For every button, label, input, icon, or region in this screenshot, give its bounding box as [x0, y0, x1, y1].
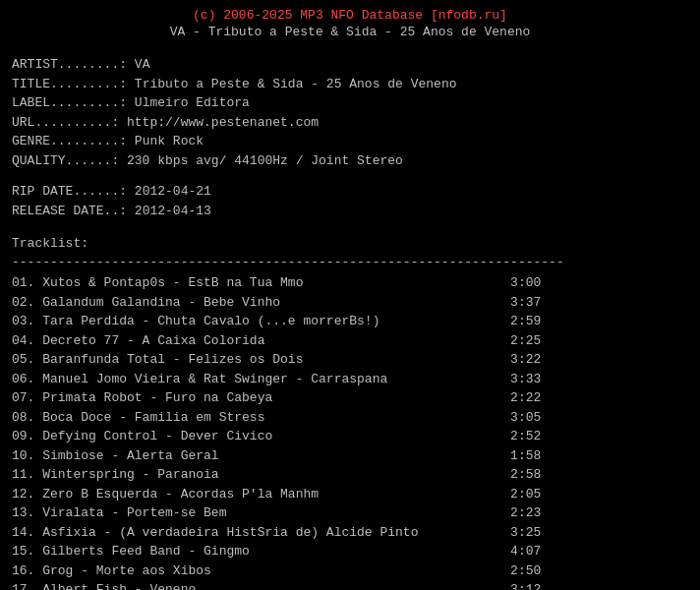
dates-block: RIP DATE......: 2012-04-21 RELEASE DATE.…	[12, 182, 688, 220]
meta-artist: ARTIST........: VA	[12, 55, 688, 75]
meta-block: ARTIST........: VA TITLE.........: Tribu…	[12, 55, 688, 170]
track-item: 01. Xutos & Pontap0s - EstB na Tua Mmo 3…	[12, 273, 688, 293]
rip-date: RIP DATE......: 2012-04-21	[12, 182, 688, 202]
track-item: 14. Asfixia - (A verdadeira HistSria de)…	[12, 523, 688, 543]
track-item: 07. Primata Robot - Furo na Cabeya 2:22	[12, 388, 688, 408]
track-item: 05. Baranfunda Total - Felizes os Dois 3…	[12, 350, 688, 370]
track-item: 12. Zero B Esquerda - Acordas P'la Manhm…	[12, 485, 688, 504]
tracklist-label: Tracklist:	[12, 236, 688, 251]
track-item: 09. Defying Control - Dever Civico 2:52	[12, 427, 688, 446]
header-subtitle: VA - Tributo a Peste & Sida - 25 Anos de…	[12, 25, 688, 39]
meta-label: LABEL.........: Ulmeiro Editora	[12, 93, 688, 113]
track-item: 06. Manuel Jomo Vieira & Rat Swinger - C…	[12, 370, 688, 389]
track-item: 13. Viralata - Portem-se Bem 2:23	[12, 503, 688, 523]
track-item: 04. Decreto 77 - A Caixa Colorida 2:25	[12, 331, 688, 351]
track-item: 16. Grog - Morte aos Xibos 2:50	[12, 561, 688, 581]
tracks-container: 01. Xutos & Pontap0s - EstB na Tua Mmo 3…	[12, 273, 688, 590]
track-item: 15. Gilberts Feed Band - Gingmo 4:07	[12, 542, 688, 561]
header-copyright: (c) 2006-2025 MP3 NFO Database [nfodb.ru…	[12, 8, 688, 23]
track-item: 02. Galandum Galandina - Bebe Vinho 3:37	[12, 293, 688, 313]
track-item: 08. Boca Doce - Familia em Stress 3:05	[12, 408, 688, 428]
track-item: 10. Simbiose - Alerta Geral 1:58	[12, 446, 688, 466]
meta-title: TITLE.........: Tributo a Peste & Sida -…	[12, 75, 688, 94]
meta-url: URL..........: http://www.pestenanet.com	[12, 113, 688, 133]
tracklist-block: Tracklist: -----------------------------…	[12, 236, 688, 590]
tracklist-divider: ----------------------------------------…	[12, 255, 688, 269]
release-date: RELEASE DATE..: 2012-04-13	[12, 202, 688, 221]
track-item: 17. Albert Fish - Veneno 3:12	[12, 580, 688, 590]
track-item: 03. Tara Perdida - Chuta Cavalo (...e mo…	[12, 312, 688, 331]
track-item: 11. Winterspring - Paranoia 2:58	[12, 465, 688, 485]
meta-quality: QUALITY......: 230 kbps avg/ 44100Hz / J…	[12, 151, 688, 171]
meta-genre: GENRE.........: Punk Rock	[12, 132, 688, 151]
